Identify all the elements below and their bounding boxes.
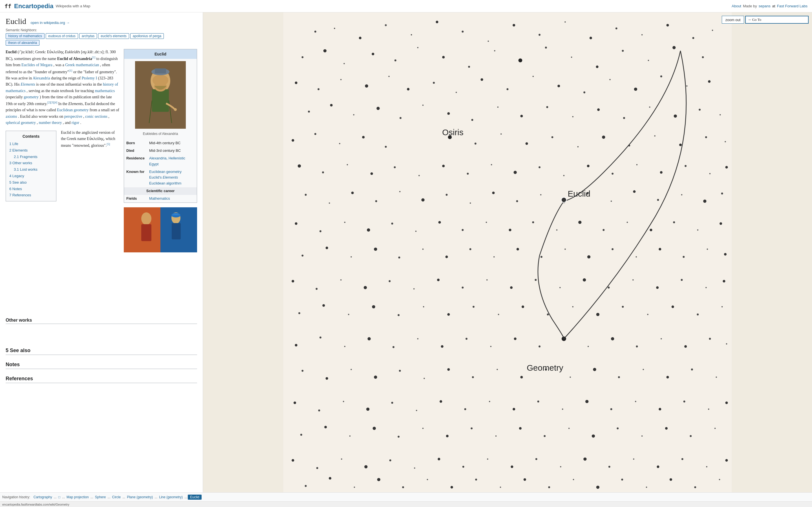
nav-item-cartography[interactable]: Cartography <box>33 495 53 499</box>
contents-item-3-1: 3.1 Lost works <box>14 167 53 173</box>
link-conic-sections[interactable]: conic sections <box>85 114 107 119</box>
svg-point-82 <box>623 117 625 119</box>
svg-point-217 <box>295 344 297 346</box>
link-perspective[interactable]: perspective <box>64 114 82 119</box>
svg-point-310 <box>305 485 307 487</box>
svg-point-65 <box>634 88 637 91</box>
nav-separator: ... <box>61 495 65 499</box>
svg-point-55 <box>388 76 390 77</box>
infobox-portrait <box>135 61 186 129</box>
semantic-tag-history-of-mathematics[interactable]: history of mathematics <box>6 33 45 39</box>
svg-point-296 <box>414 467 415 469</box>
svg-point-213 <box>647 314 649 315</box>
link-number-theory[interactable]: number theory <box>39 121 62 125</box>
svg-point-59 <box>481 78 483 81</box>
link-elements[interactable]: Elements <box>20 82 35 87</box>
link-euclides-megara[interactable]: Euclides of Megara <box>21 63 52 67</box>
semantic-tag-euclid's-elements[interactable]: euclid's elements <box>98 33 129 39</box>
svg-point-283 <box>544 435 546 437</box>
svg-point-242 <box>447 368 450 371</box>
link-ptolemy[interactable]: Ptolemy I <box>82 76 97 80</box>
svg-point-208 <box>522 305 524 308</box>
link-euclidean-geometry[interactable]: Euclidean geometry <box>57 108 89 112</box>
link-greek-mathematician[interactable]: Greek mathematician <box>65 63 99 67</box>
svg-point-84 <box>674 114 677 117</box>
svg-point-129 <box>446 194 448 196</box>
nav-item-map-projection[interactable]: Map projection <box>65 495 90 499</box>
semantic-tag-eudoxus-of-cnidus[interactable]: eudoxus of cnidus <box>46 33 78 39</box>
infobox-image: Eukleides of Alexandria <box>124 59 197 139</box>
svg-point-44 <box>545 47 547 49</box>
zoom-out-button[interactable]: zoom out <box>722 16 744 24</box>
svg-point-274 <box>324 426 327 429</box>
svg-point-232 <box>661 338 662 339</box>
svg-point-223 <box>441 345 444 348</box>
contents-link-6[interactable]: 6 Notes <box>9 187 22 191</box>
svg-point-155 <box>603 229 605 231</box>
nav-separator: ... <box>154 495 158 499</box>
sepans-link[interactable]: sepans <box>759 4 770 8</box>
nav-item-sphere[interactable]: Sphere <box>94 495 107 499</box>
wiki-panel: Euclid open in wikipedia.org → Semantic … <box>0 12 203 492</box>
contents-link-4[interactable]: 4 Legacy <box>9 174 24 178</box>
svg-point-121 <box>709 173 711 174</box>
svg-point-215 <box>697 314 699 316</box>
fastforward-link[interactable]: Fast Forward Labs <box>777 4 808 8</box>
nav-item-plane-(geometry)[interactable]: Plane (geometry) <box>126 495 154 499</box>
link-rigor[interactable]: rigor <box>71 121 79 125</box>
contents-link-2[interactable]: 2 Elements <box>9 148 28 152</box>
contents-link-5[interactable]: 5 See also <box>9 180 27 184</box>
svg-point-156 <box>627 222 628 223</box>
semantic-tag-theon-of-alexandria[interactable]: theon of alexandria <box>6 40 40 46</box>
svg-point-299 <box>487 459 488 460</box>
svg-point-184 <box>389 280 391 282</box>
svg-point-282 <box>519 427 522 430</box>
svg-point-63 <box>583 92 585 94</box>
contents-link-7[interactable]: 7 References <box>9 193 31 197</box>
logo-text[interactable]: Encartopedia <box>14 3 53 10</box>
nav-item-circle[interactable]: Circle <box>111 495 122 499</box>
open-in-wiki-link[interactable]: open in wikipedia.org → <box>31 20 70 25</box>
main: Euclid open in wikipedia.org → Semantic … <box>0 12 812 492</box>
svg-point-258 <box>391 402 393 404</box>
svg-point-19 <box>359 37 361 39</box>
status-bar: encartopedia.fastforwardlabs.com/wiki/Ge… <box>0 501 812 507</box>
svg-point-158 <box>673 221 675 223</box>
svg-point-304 <box>608 466 610 468</box>
link-mathematics[interactable]: mathematics <box>95 89 115 93</box>
svg-point-23 <box>462 31 464 33</box>
svg-point-212 <box>622 306 624 308</box>
svg-point-254 <box>294 401 296 404</box>
contents-list: 1 Life2 Elements2.1 Fragments3 Other wor… <box>9 141 53 198</box>
link-spherical-geometry[interactable]: spherical geometry <box>6 121 36 125</box>
semantic-tag-archytas[interactable]: archytas <box>79 33 97 39</box>
contents-link-2-1[interactable]: 2.1 Fragments <box>14 155 38 159</box>
article-text15: , <box>83 114 85 119</box>
link-axioms[interactable]: axioms <box>6 114 17 119</box>
svg-point-76 <box>471 119 473 121</box>
contents-link-1[interactable]: 1 Life <box>9 142 18 146</box>
nav-current-item[interactable]: Euclid <box>188 495 202 500</box>
svg-point-31 <box>666 24 669 26</box>
svg-point-200 <box>322 304 325 307</box>
svg-point-203 <box>398 314 400 316</box>
nav-item-line-(geometry)[interactable]: Line (geometry) <box>158 495 184 499</box>
link-alexandria[interactable]: Alexandria <box>33 76 50 80</box>
svg-point-199 <box>298 312 300 314</box>
svg-point-220 <box>368 337 371 340</box>
svg-point-70 <box>330 104 333 107</box>
contents-link-3[interactable]: 3 Other works <box>9 161 32 165</box>
about-link[interactable]: About <box>732 4 741 8</box>
nav-item-□[interactable]: □ <box>57 495 61 499</box>
svg-point-57 <box>433 82 435 84</box>
svg-point-120 <box>684 165 687 167</box>
link-geometry[interactable]: geometry <box>24 95 39 99</box>
svg-point-244 <box>497 369 498 371</box>
svg-point-221 <box>393 346 395 348</box>
map-svg[interactable]: Osiris Euclid Geometry <box>203 12 812 492</box>
semantic-tag-apollonius-of-perga[interactable]: apollonius of perga <box>130 33 164 39</box>
svg-point-22 <box>436 21 439 23</box>
infobox-born-row: Born Mid-4th century BC <box>124 139 197 147</box>
contents-link-3-1[interactable]: 3.1 Lost works <box>14 167 38 172</box>
goto-input[interactable] <box>763 17 808 23</box>
